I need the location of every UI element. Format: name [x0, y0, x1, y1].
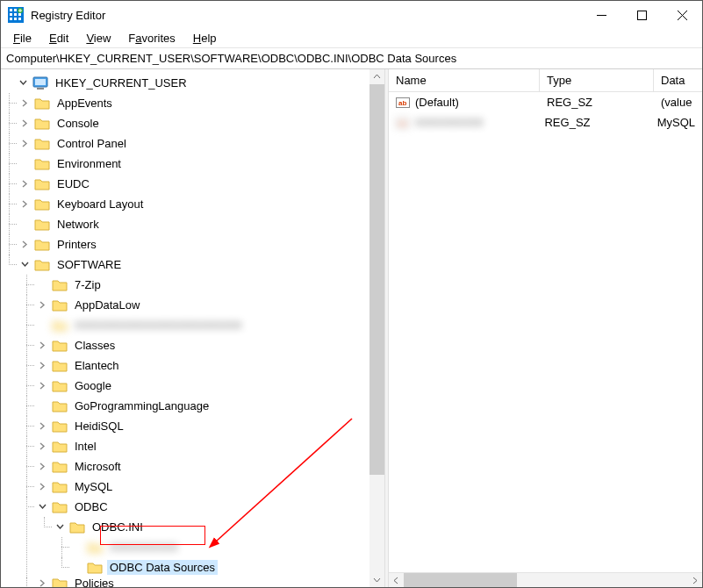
tree-pane[interactable]: HKEY_CURRENT_USER AppEvents Console Cont…	[1, 69, 384, 587]
svg-rect-11	[637, 11, 646, 19]
column-name[interactable]: Name	[389, 69, 540, 91]
tree-item[interactable]: Microsoft	[36, 456, 384, 477]
menu-favorites[interactable]: Favorites	[121, 30, 182, 47]
column-type[interactable]: Type	[540, 69, 654, 91]
scroll-up-icon[interactable]	[369, 69, 384, 84]
folder-icon	[52, 577, 68, 587]
scroll-left-icon[interactable]	[389, 573, 404, 588]
menu-edit[interactable]: Edit	[42, 30, 75, 47]
scroll-thumb[interactable]	[369, 84, 384, 475]
column-data[interactable]: Data	[654, 69, 702, 91]
scroll-thumb[interactable]	[404, 573, 517, 587]
folder-icon	[52, 339, 68, 352]
folder-icon	[52, 480, 68, 493]
chevron-right-icon[interactable]	[36, 299, 48, 312]
menu-view[interactable]: View	[79, 30, 118, 47]
details-body[interactable]: ab (Default) REG_SZ (value ab XXXXXXXXX …	[389, 92, 702, 572]
tree-item[interactable]: AppDataLow	[36, 295, 384, 315]
chevron-right-icon[interactable]	[18, 97, 31, 110]
tree-item[interactable]: Intel	[36, 436, 384, 456]
tree-item[interactable]: Classes	[36, 335, 384, 355]
folder-icon	[52, 440, 68, 453]
menubar: File Edit View Favorites Help	[1, 29, 702, 48]
tree-item[interactable]: EUDC	[18, 174, 384, 194]
chevron-right-icon[interactable]	[36, 441, 48, 453]
folder-icon	[52, 419, 68, 433]
folder-icon	[34, 157, 50, 170]
tree-item[interactable]: Environment	[18, 154, 384, 174]
tree-item[interactable]: MySQL	[36, 477, 384, 497]
value-type: REG_SZ	[547, 96, 592, 109]
folder-icon	[34, 137, 50, 150]
tree-item[interactable]: Printers	[18, 234, 384, 255]
titlebar: Registry Editor	[1, 1, 702, 29]
folder-icon	[34, 218, 50, 231]
tree-item-redacted[interactable]: XXXXXXXXX	[71, 537, 384, 557]
folder-icon	[34, 97, 50, 110]
details-pane: Name Type Data ab (Default) REG_SZ (valu…	[389, 69, 702, 587]
tree-item[interactable]: 7-Zip	[36, 275, 384, 295]
string-value-icon: ab	[396, 116, 410, 130]
menu-file[interactable]: File	[6, 30, 39, 47]
svg-rect-14	[37, 88, 44, 90]
tree-odbc[interactable]: ODBC	[36, 497, 384, 517]
tree-item[interactable]: Control Panel	[18, 133, 384, 154]
svg-rect-4	[10, 13, 12, 16]
chevron-right-icon[interactable]	[36, 380, 48, 392]
folder-icon	[87, 561, 103, 574]
chevron-right-icon[interactable]	[18, 239, 31, 251]
tree-item[interactable]: AppEvents	[18, 93, 384, 113]
chevron-down-icon[interactable]	[36, 501, 48, 513]
tree-item[interactable]: Console	[18, 113, 384, 133]
tree-item[interactable]: Google	[36, 376, 384, 396]
tree-item[interactable]: Policies	[36, 577, 384, 587]
value-row[interactable]: ab XXXXXXXXX REG_SZ MySQL	[389, 112, 702, 133]
tree-item[interactable]: HeidiSQL	[36, 416, 384, 436]
svg-rect-9	[18, 18, 21, 20]
close-button[interactable]	[662, 1, 702, 29]
chevron-down-icon[interactable]	[17, 77, 29, 90]
chevron-right-icon[interactable]	[36, 481, 48, 493]
menu-help[interactable]: Help	[186, 30, 224, 47]
tree-item[interactable]: Network	[18, 214, 384, 234]
chevron-right-icon[interactable]	[36, 577, 48, 587]
address-text: Computer\HKEY_CURRENT_USER\SOFTWARE\ODBC…	[6, 52, 456, 65]
maximize-button[interactable]	[621, 1, 662, 29]
details-horizontal-scrollbar[interactable]	[389, 572, 702, 587]
svg-text:ab: ab	[398, 99, 406, 107]
folder-icon	[52, 298, 68, 312]
string-value-icon: ab	[396, 96, 410, 110]
folder-icon	[34, 177, 50, 190]
chevron-right-icon[interactable]	[18, 118, 31, 130]
computer-icon	[32, 76, 48, 90]
address-bar[interactable]: Computer\HKEY_CURRENT_USER\SOFTWARE\ODBC…	[1, 48, 702, 69]
tree-item[interactable]: Elantech	[36, 355, 384, 376]
value-row[interactable]: ab (Default) REG_SZ (value	[389, 92, 702, 112]
tree-software[interactable]: SOFTWARE	[18, 255, 384, 275]
chevron-right-icon[interactable]	[36, 340, 48, 352]
chevron-right-icon[interactable]	[36, 461, 48, 473]
chevron-right-icon[interactable]	[36, 420, 48, 433]
tree-vertical-scrollbar[interactable]	[369, 69, 384, 587]
tree-item[interactable]: Keyboard Layout	[18, 194, 384, 214]
chevron-down-icon[interactable]	[18, 259, 31, 271]
folder-icon	[34, 238, 50, 251]
scroll-right-icon[interactable]	[687, 573, 702, 588]
chevron-right-icon[interactable]	[18, 178, 31, 190]
chevron-down-icon[interactable]	[54, 521, 66, 534]
tree-odbc-ini[interactable]: ODBC.INI	[54, 517, 384, 537]
tree-item[interactable]: GoProgrammingLanguage	[36, 396, 384, 416]
tree-odbc-data-sources[interactable]: ODBC Data Sources	[71, 557, 384, 577]
chevron-right-icon[interactable]	[18, 198, 31, 211]
window-controls	[581, 1, 702, 29]
chevron-right-icon[interactable]	[18, 138, 31, 150]
svg-rect-6	[18, 13, 21, 16]
scroll-down-icon[interactable]	[369, 572, 384, 587]
minimize-button[interactable]	[581, 1, 621, 29]
tree-root[interactable]: HKEY_CURRENT_USER	[1, 73, 384, 93]
regedit-icon	[8, 7, 24, 23]
chevron-right-icon[interactable]	[36, 360, 48, 372]
window-title: Registry Editor	[31, 9, 581, 22]
tree-item-redacted[interactable]: XXXXXXXXXXXXXXXXXXXXXX	[36, 315, 384, 335]
folder-icon	[52, 319, 68, 332]
